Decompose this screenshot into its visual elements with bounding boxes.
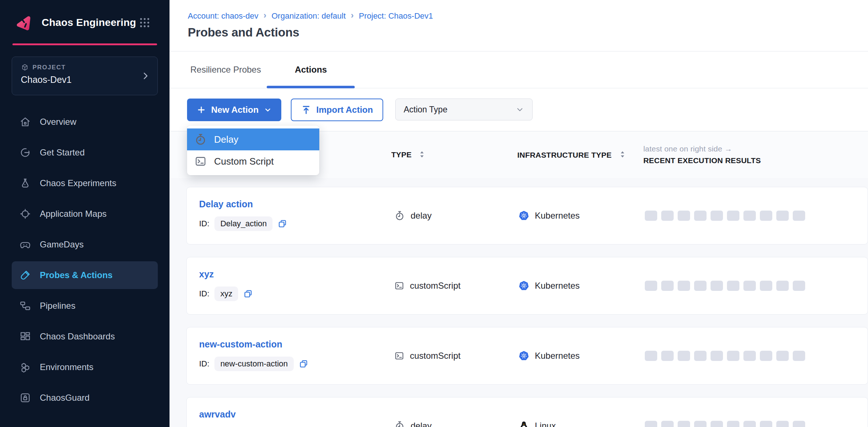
execution-result-placeholder bbox=[743, 421, 756, 427]
kubernetes-icon bbox=[518, 280, 529, 291]
table-row: new-custom-action ID: new-custom-action … bbox=[186, 327, 868, 385]
sidebar-item-label: Chaos Dashboards bbox=[40, 331, 115, 342]
project-label: PROJECT bbox=[33, 64, 66, 71]
sidebar-item-label: Overview bbox=[40, 117, 76, 127]
home-icon bbox=[19, 116, 31, 128]
action-id: ID: xyz bbox=[199, 286, 254, 301]
menu-item-custom-script[interactable]: Custom Script bbox=[187, 150, 319, 172]
new-action-button[interactable]: New Action bbox=[187, 99, 281, 121]
execution-result-placeholder bbox=[776, 211, 789, 221]
execution-result-placeholder bbox=[776, 281, 789, 291]
import-action-label: Import Action bbox=[316, 105, 373, 115]
sidebar-item-environments[interactable]: Environments bbox=[12, 353, 158, 381]
sidebar-item-label: ChaosGuard bbox=[40, 393, 90, 403]
execution-result-placeholder bbox=[743, 281, 756, 291]
tab-actions[interactable]: Actions bbox=[267, 51, 355, 88]
import-action-button[interactable]: Import Action bbox=[291, 99, 383, 121]
action-type-filter[interactable]: Action Type bbox=[395, 99, 533, 120]
page-header: Account: chaos-dev › Organization: defau… bbox=[170, 0, 868, 51]
hexagons-icon bbox=[19, 361, 31, 373]
breadcrumb-organization[interactable]: Organization: default bbox=[271, 11, 346, 21]
execution-result-placeholder bbox=[776, 421, 789, 427]
sidebar-item-chaosguard[interactable]: ChaosGuard bbox=[12, 384, 158, 412]
column-header-infrastructure-type: INFRASTRUCTURE TYPE bbox=[517, 131, 627, 178]
stopwatch-icon bbox=[394, 210, 405, 221]
column-header-type: TYPE bbox=[391, 131, 426, 178]
copy-icon[interactable] bbox=[298, 358, 309, 369]
execution-result-placeholder bbox=[727, 211, 739, 221]
execution-result-placeholder bbox=[727, 351, 739, 361]
action-name-link[interactable]: Delay action bbox=[199, 199, 253, 209]
infrastructure-cell: Linux bbox=[518, 397, 556, 427]
sidebar-item-get-started[interactable]: Get Started bbox=[12, 139, 158, 166]
infrastructure-cell: Kubernetes bbox=[518, 257, 580, 314]
action-id: ID: Delay_action bbox=[199, 216, 288, 231]
sidebar-item-chaos-experiments[interactable]: Chaos Experiments bbox=[12, 169, 158, 197]
sidebar-nav: Overview Get Started Chaos Experiments A… bbox=[0, 108, 170, 412]
sidebar-item-label: Probes & Actions bbox=[40, 270, 113, 280]
column-header-recent-execution-results: latest one on right side → RECENT EXECUT… bbox=[643, 131, 761, 178]
kubernetes-icon bbox=[518, 210, 529, 221]
sidebar-item-label: Pipelines bbox=[40, 301, 75, 311]
action-name-link[interactable]: new-custom-action bbox=[199, 339, 282, 350]
sidebar: Chaos Engineering PROJECT Chaos-Dev1 Ove… bbox=[0, 0, 170, 427]
breadcrumb-account[interactable]: Account: chaos-dev bbox=[188, 11, 258, 21]
chevron-down-icon bbox=[264, 106, 272, 114]
results-note: latest one on right side → bbox=[643, 145, 732, 153]
type-cell: delay bbox=[394, 397, 431, 427]
project-selector[interactable]: PROJECT Chaos-Dev1 bbox=[12, 57, 158, 95]
execution-result-placeholder bbox=[694, 281, 707, 291]
terminal-icon bbox=[194, 154, 208, 168]
action-name-link[interactable]: awrvadv bbox=[199, 409, 236, 420]
execution-result-placeholder bbox=[776, 351, 789, 361]
execution-result-placeholder bbox=[661, 421, 674, 427]
execution-result-placeholder bbox=[760, 421, 772, 427]
execution-result-placeholder bbox=[760, 351, 772, 361]
execution-result-placeholder bbox=[793, 421, 805, 427]
infrastructure-cell: Kubernetes bbox=[518, 187, 580, 244]
execution-result-placeholder bbox=[645, 351, 657, 361]
breadcrumb-project[interactable]: Project: Chaos-Dev1 bbox=[359, 11, 433, 21]
sort-icon[interactable] bbox=[418, 150, 426, 159]
type-cell: customScript bbox=[394, 327, 461, 384]
execution-result-placeholder bbox=[743, 211, 756, 221]
copy-icon[interactable] bbox=[243, 288, 254, 299]
recent-execution-results bbox=[645, 257, 805, 314]
execution-result-placeholder bbox=[661, 211, 674, 221]
execution-result-placeholder bbox=[793, 281, 805, 291]
menu-item-delay[interactable]: Delay bbox=[187, 128, 319, 150]
sidebar-item-pipelines[interactable]: Pipelines bbox=[12, 292, 158, 320]
tab-resilience-probes[interactable]: Resilience Probes bbox=[190, 51, 261, 88]
get-started-icon bbox=[19, 146, 31, 159]
gamepad-icon bbox=[19, 238, 31, 251]
id-pill: new-custom-action bbox=[214, 357, 294, 371]
execution-result-placeholder bbox=[793, 211, 805, 221]
sort-icon[interactable] bbox=[618, 150, 627, 159]
linux-icon bbox=[518, 420, 529, 427]
sidebar-item-label: Environments bbox=[40, 362, 94, 372]
sidebar-item-application-maps[interactable]: Application Maps bbox=[12, 200, 158, 228]
app-switcher-grid-icon[interactable] bbox=[138, 16, 151, 29]
actions-list: Delay action ID: Delay_action delay Kube… bbox=[170, 178, 868, 427]
new-action-label: New Action bbox=[211, 105, 259, 115]
sidebar-item-probes-and-actions[interactable]: Probes & Actions bbox=[12, 261, 158, 289]
app-title: Chaos Engineering bbox=[42, 17, 136, 28]
sidebar-item-chaos-dashboards[interactable]: Chaos Dashboards bbox=[12, 323, 158, 350]
execution-result-placeholder bbox=[645, 421, 657, 427]
terminal-icon bbox=[394, 281, 404, 291]
execution-result-placeholder bbox=[711, 351, 723, 361]
execution-result-placeholder bbox=[678, 281, 690, 291]
stopwatch-icon bbox=[394, 420, 405, 427]
execution-result-placeholder bbox=[678, 211, 690, 221]
action-type-value: Action Type bbox=[404, 105, 448, 115]
sidebar-item-overview[interactable]: Overview bbox=[12, 108, 158, 136]
execution-result-placeholder bbox=[694, 421, 707, 427]
page-title: Probes and Actions bbox=[188, 26, 868, 39]
id-pill: xyz bbox=[214, 286, 238, 301]
cube-icon bbox=[21, 64, 29, 72]
execution-result-placeholder bbox=[793, 351, 805, 361]
action-name-link[interactable]: xyz bbox=[199, 269, 214, 280]
sidebar-item-gamedays[interactable]: GameDays bbox=[12, 231, 158, 258]
copy-icon[interactable] bbox=[277, 218, 288, 229]
execution-result-placeholder bbox=[743, 351, 756, 361]
